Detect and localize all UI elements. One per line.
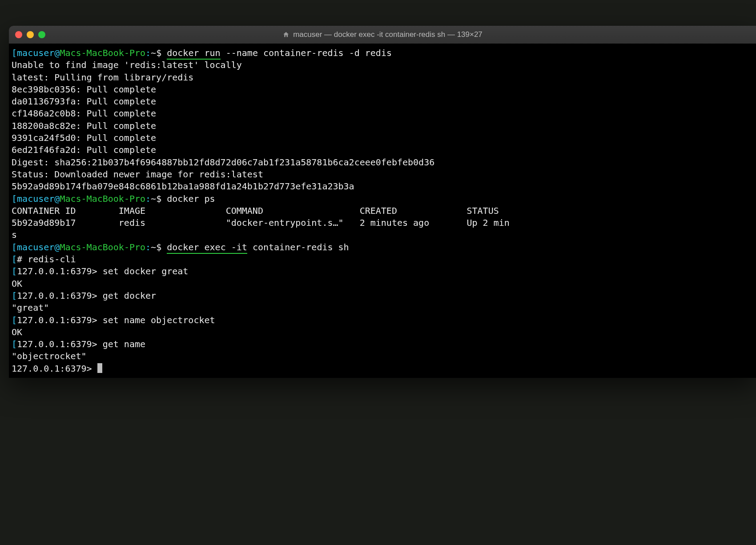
shell-line: [127.0.0.1:6379> get docker bbox=[12, 290, 756, 302]
output-line: cf1486a2c0b8: Pull complete bbox=[12, 108, 756, 120]
docker-exec-command: docker exec -it bbox=[167, 242, 247, 254]
output-line: 188200a8c82e: Pull complete bbox=[12, 120, 756, 132]
shell-line: "objectrocket" bbox=[12, 350, 756, 362]
prompt-line: [macuser@Macs-MacBook-Pro:~$ docker run … bbox=[12, 47, 756, 59]
output-line: 9391ca24f5d0: Pull complete bbox=[12, 132, 756, 144]
home-icon bbox=[282, 31, 290, 38]
output-line: 5b92a9d89b174fba079e848c6861b12ba1a988fd… bbox=[12, 180, 756, 192]
shell-line: [# redis-cli bbox=[12, 253, 756, 265]
terminal-output[interactable]: [macuser@Macs-MacBook-Pro:~$ docker run … bbox=[9, 44, 756, 375]
window-controls bbox=[15, 31, 45, 38]
titlebar[interactable]: macuser — docker exec -it container-redi… bbox=[9, 26, 756, 44]
docker-ps-row: 5b92a9d89b17 redis "docker-entrypoint.s…… bbox=[12, 217, 756, 229]
output-line: Status: Downloaded newer image for redis… bbox=[12, 168, 756, 180]
output-line: Digest: sha256:21b037b4f6964887bb12fd8d7… bbox=[12, 156, 756, 168]
shell-line: OK bbox=[12, 326, 756, 338]
output-line: Unable to find image 'redis:latest' loca… bbox=[12, 59, 756, 71]
prompt-line: [macuser@Macs-MacBook-Pro:~$ docker ps bbox=[12, 193, 756, 205]
shell-line: [127.0.0.1:6379> set docker great bbox=[12, 265, 756, 277]
zoom-icon[interactable] bbox=[38, 31, 45, 38]
window-title-text: macuser — docker exec -it container-redi… bbox=[293, 30, 483, 39]
output-line: da01136793fa: Pull complete bbox=[12, 96, 756, 108]
shell-line: [127.0.0.1:6379> set name objectrocket bbox=[12, 314, 756, 326]
output-line: latest: Pulling from library/redis bbox=[12, 72, 756, 84]
docker-ps-command: docker ps bbox=[167, 193, 215, 204]
minimize-icon[interactable] bbox=[27, 31, 34, 38]
docker-run-command: docker run bbox=[167, 48, 220, 60]
shell-line: "great" bbox=[12, 302, 756, 314]
shell-prompt[interactable]: 127.0.0.1:6379> bbox=[12, 363, 756, 375]
window-title: macuser — docker exec -it container-redi… bbox=[282, 30, 483, 39]
cursor-icon bbox=[97, 363, 102, 373]
close-icon[interactable] bbox=[15, 31, 22, 38]
prompt-line: [macuser@Macs-MacBook-Pro:~$ docker exec… bbox=[12, 241, 756, 253]
shell-line: OK bbox=[12, 278, 756, 290]
docker-ps-header: CONTAINER ID IMAGE COMMAND CREATED STATU… bbox=[12, 205, 756, 217]
terminal-window: macuser — docker exec -it container-redi… bbox=[9, 26, 756, 378]
output-line: 6ed21f46fa2d: Pull complete bbox=[12, 144, 756, 156]
docker-ps-row: s bbox=[12, 229, 756, 241]
shell-line: [127.0.0.1:6379> get name bbox=[12, 338, 756, 350]
output-line: 8ec398bc0356: Pull complete bbox=[12, 84, 756, 96]
